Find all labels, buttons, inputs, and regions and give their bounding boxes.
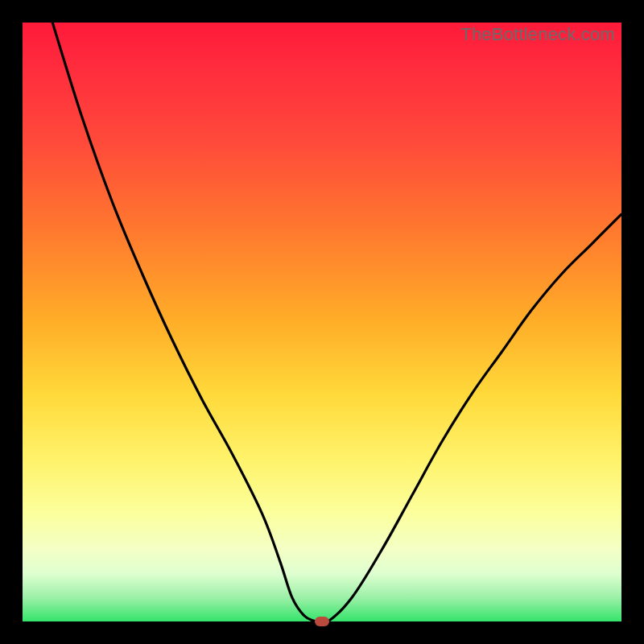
plot-area: TheBottleneck.com — [23, 23, 621, 621]
bottleneck-curve-path — [52, 23, 621, 621]
chart-frame: TheBottleneck.com — [0, 0, 644, 644]
curve-svg — [23, 23, 621, 621]
vertex-marker — [315, 617, 329, 626]
